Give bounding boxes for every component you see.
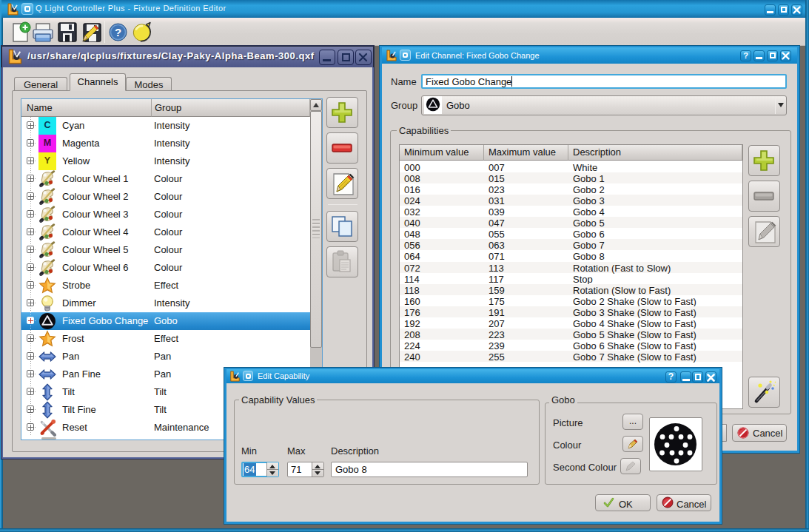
svg-text:?: ? (115, 26, 121, 38)
